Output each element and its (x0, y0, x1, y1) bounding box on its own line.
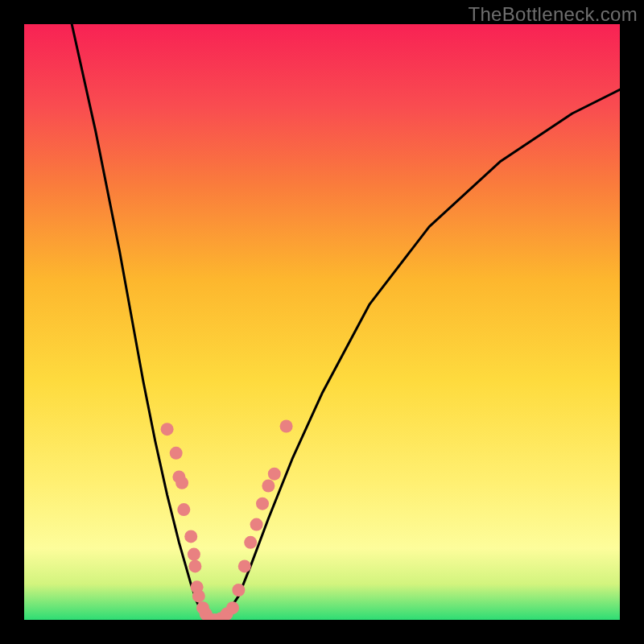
marker-point (262, 480, 275, 493)
marker-point (170, 447, 183, 460)
scatter-markers (161, 420, 293, 621)
chart-svg (24, 24, 620, 620)
marker-point (226, 601, 239, 614)
chart-frame: TheBottleneck.com (0, 0, 644, 644)
marker-point (232, 584, 245, 597)
marker-point (188, 548, 200, 561)
marker-point (268, 468, 281, 481)
marker-point (177, 503, 190, 516)
marker-point (244, 536, 257, 549)
marker-point (175, 477, 188, 489)
right-curve-line (215, 89, 620, 620)
marker-point (238, 559, 251, 572)
marker-point (280, 420, 293, 433)
marker-point (192, 589, 205, 602)
marker-point (161, 423, 174, 436)
marker-point (184, 530, 197, 543)
marker-point (256, 497, 269, 510)
watermark-text: TheBottleneck.com (468, 3, 638, 26)
marker-point (188, 559, 201, 572)
marker-point (250, 518, 263, 531)
plot-area (24, 24, 620, 620)
